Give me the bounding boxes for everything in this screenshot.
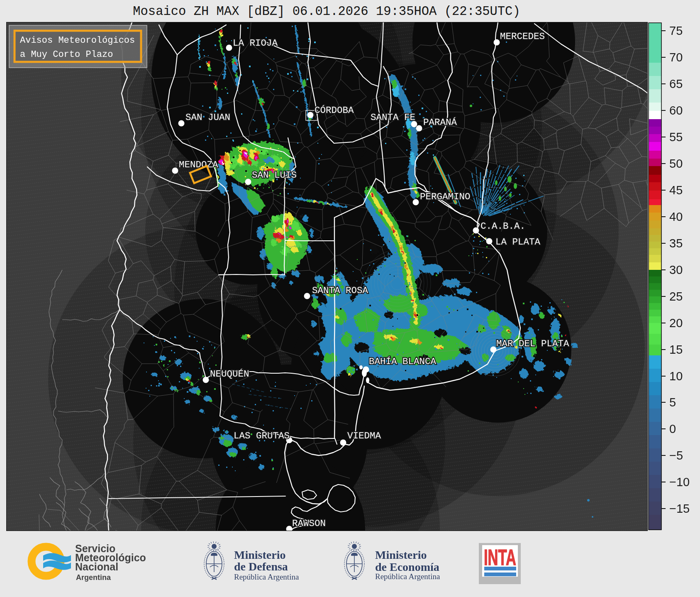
- svg-text:65: 65: [669, 77, 683, 91]
- svg-text:75: 75: [669, 24, 683, 37]
- svg-text:MERCEDES: MERCEDES: [500, 31, 545, 42]
- svg-text:BAHÍA BLANCA: BAHÍA BLANCA: [369, 356, 437, 367]
- svg-text:de Defensa: de Defensa: [234, 560, 288, 573]
- svg-text:CÓRDOBA: CÓRDOBA: [315, 105, 354, 116]
- svg-text:LAS GRUTAS: LAS GRUTAS: [234, 431, 290, 441]
- svg-text:República Argentina: República Argentina: [375, 572, 440, 581]
- svg-text:MAR DEL PLATA: MAR DEL PLATA: [496, 338, 569, 349]
- svg-text:20: 20: [669, 316, 683, 330]
- svg-text:40: 40: [669, 210, 683, 223]
- svg-text:10: 10: [669, 369, 683, 383]
- svg-text:NEUQUÉN: NEUQUÉN: [210, 369, 249, 379]
- svg-text:35: 35: [669, 237, 683, 250]
- svg-text:de Economía: de Economía: [375, 560, 439, 573]
- svg-text:25: 25: [669, 290, 683, 303]
- svg-text:SAN JUAN: SAN JUAN: [185, 112, 230, 123]
- svg-text:LA RIOJA: LA RIOJA: [233, 38, 278, 49]
- svg-text:PARANÁ: PARANÁ: [423, 117, 457, 128]
- svg-text:Ministerio: Ministerio: [375, 548, 427, 561]
- svg-text:5: 5: [669, 396, 676, 409]
- svg-text:C.A.B.A.: C.A.B.A.: [480, 221, 525, 232]
- svg-text:45: 45: [669, 184, 683, 197]
- svg-text:55: 55: [669, 130, 683, 144]
- svg-text:República Argentina: República Argentina: [234, 573, 299, 581]
- svg-text:PERGAMINO: PERGAMINO: [420, 191, 471, 202]
- svg-text:60: 60: [669, 104, 683, 117]
- svg-text:Nacional: Nacional: [75, 561, 118, 573]
- svg-text:Argentina: Argentina: [76, 573, 111, 582]
- svg-text:a Muy Corto Plazo: a Muy Corto Plazo: [20, 49, 113, 60]
- svg-text:15: 15: [669, 343, 683, 356]
- svg-text:RAWSON: RAWSON: [292, 518, 326, 529]
- svg-text:70: 70: [669, 51, 683, 64]
- svg-text:−5: −5: [669, 449, 683, 462]
- svg-text:LA PLATA: LA PLATA: [495, 237, 541, 247]
- svg-text:Avisos Meteorológicos: Avisos Meteorológicos: [20, 35, 135, 46]
- svg-text:−15: −15: [669, 502, 690, 515]
- svg-text:SANTA FE: SANTA FE: [371, 112, 415, 123]
- svg-text:0: 0: [669, 422, 676, 436]
- svg-text:SANTA ROSA: SANTA ROSA: [312, 285, 368, 296]
- svg-text:−10: −10: [669, 475, 690, 489]
- svg-text:INTA: INTA: [484, 545, 516, 570]
- svg-text:VIEDMA: VIEDMA: [347, 431, 381, 441]
- svg-text:SAN LUIS: SAN LUIS: [252, 170, 297, 181]
- svg-text:50: 50: [669, 157, 683, 170]
- svg-text:Ministerio: Ministerio: [234, 548, 285, 561]
- svg-text:30: 30: [669, 263, 683, 276]
